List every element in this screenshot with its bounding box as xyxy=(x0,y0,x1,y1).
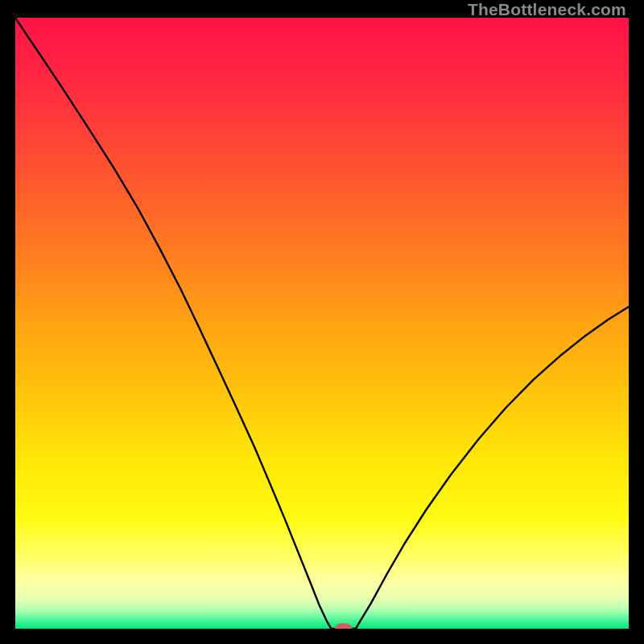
watermark-text: TheBottleneck.com xyxy=(468,0,626,19)
gradient-background xyxy=(15,18,629,629)
chart-frame: TheBottleneck.com xyxy=(0,0,644,644)
plot-area xyxy=(15,18,629,629)
bottleneck-chart xyxy=(15,18,629,629)
